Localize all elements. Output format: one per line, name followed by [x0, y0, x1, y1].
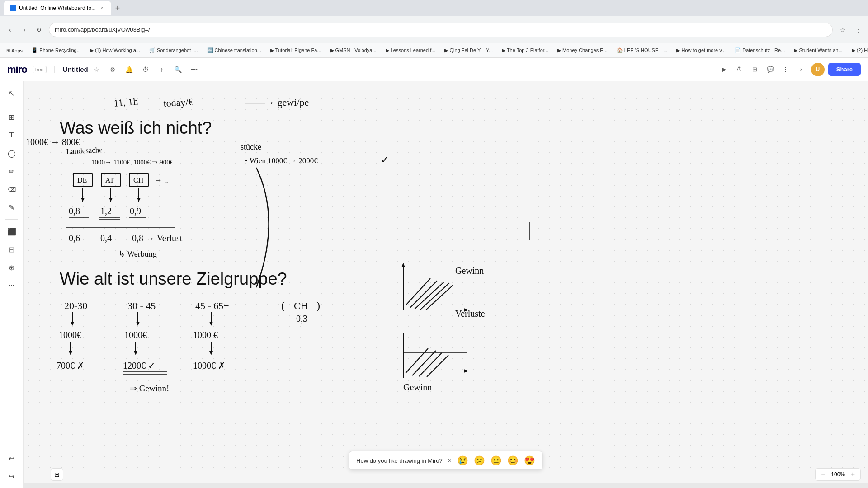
- browser-menu[interactable]: ⋮: [852, 23, 864, 36]
- text-tool[interactable]: T: [4, 127, 20, 143]
- svg-text:0,9: 0,9: [130, 206, 141, 216]
- svg-text:Gewinn: Gewinn: [455, 266, 484, 276]
- svg-text:1000€: 1000€: [124, 330, 147, 340]
- forward-button[interactable]: ›: [18, 23, 31, 36]
- frames-tool[interactable]: ⊞: [4, 109, 20, 125]
- address-bar[interactable]: miro.com/app/board/uXjVOw03Big=/: [49, 23, 833, 37]
- svg-text:DE: DE: [77, 176, 87, 184]
- chevron-icon[interactable]: ›: [795, 63, 807, 76]
- more-icon[interactable]: ⋮: [779, 63, 792, 76]
- svg-text:45 - 65+: 45 - 65+: [195, 300, 229, 311]
- svg-text:↳ Werbung: ↳ Werbung: [118, 249, 157, 258]
- bell-icon[interactable]: 🔔: [123, 63, 136, 76]
- zoom-controls: − 100% +: [815, 468, 861, 481]
- upload-icon[interactable]: ↑: [156, 63, 168, 76]
- mindmap-tool[interactable]: ⊕: [4, 259, 20, 276]
- tab-bar: Untitled, Online Whiteboard fo... × +: [0, 0, 868, 16]
- pen-tool[interactable]: ✏: [4, 163, 20, 179]
- bookmark-star[interactable]: ☆: [836, 23, 849, 36]
- bookmark-qing[interactable]: ▶ Qing Fei De Yi - Y...: [442, 47, 495, 54]
- bookmarks-bar: ⊞ Apps 📱 Phone Recycling... ▶ (1) How Wo…: [0, 43, 868, 58]
- header-icons: ⚙ 🔔 ⏱ ↑ 🔍 •••: [107, 63, 201, 76]
- dots-menu-icon[interactable]: •••: [188, 63, 201, 76]
- timer-icon[interactable]: ⏱: [139, 63, 152, 76]
- header-right: ▶ ⏱ ⊞ 💬 ⋮ › U Share: [718, 63, 861, 76]
- svg-text:1000 €: 1000 €: [193, 330, 218, 340]
- undo-tool[interactable]: ↩: [4, 450, 20, 466]
- svg-text:1,2: 1,2: [100, 206, 112, 216]
- svg-text:• Wien  1000€ → 2000€: • Wien 1000€ → 2000€: [245, 156, 318, 165]
- refresh-button[interactable]: ↻: [33, 23, 45, 36]
- active-tab[interactable]: Untitled, Online Whiteboard fo... ×: [4, 1, 111, 15]
- bookmark-phone[interactable]: 📱 Phone Recycling...: [29, 47, 84, 54]
- zoom-in-button[interactable]: +: [849, 470, 857, 479]
- svg-text:700€ ✗: 700€ ✗: [57, 361, 85, 371]
- svg-text:today/€: today/€: [163, 96, 193, 109]
- emoji-happy[interactable]: 😊: [507, 455, 519, 466]
- grid-view-icon[interactable]: ⊞: [749, 63, 761, 76]
- bookmark-tutorial[interactable]: ▶ Tutorial: Eigene Fa...: [268, 47, 324, 54]
- svg-text:✓: ✓: [381, 154, 389, 165]
- bookmark-daten[interactable]: 📄 Datenschutz - Re...: [732, 47, 788, 54]
- feedback-close-button[interactable]: ×: [448, 457, 452, 464]
- eraser-tool[interactable]: ⌫: [4, 181, 20, 197]
- bookmark-sonder[interactable]: 🛒 Sonderangebot I...: [146, 47, 201, 54]
- bookmark-money[interactable]: ▶ Money Changes E...: [555, 47, 610, 54]
- miro-plan-badge: free: [33, 66, 47, 73]
- board-title[interactable]: Untitled: [63, 66, 88, 73]
- sticky-tool[interactable]: ⬛: [4, 223, 20, 239]
- emoji-neutral[interactable]: 😐: [491, 455, 502, 466]
- tab-close-button[interactable]: ×: [99, 5, 105, 11]
- svg-text:0,8  → Verlust: 0,8 → Verlust: [132, 233, 183, 243]
- bookmark-lee[interactable]: 🏠 LEE 'S HOUSE—...: [614, 47, 670, 54]
- bookmark-lessons[interactable]: ▶ Lessons Learned f...: [383, 47, 439, 54]
- bookmark-gmsn[interactable]: ▶ GMSN - Volodya...: [328, 47, 379, 54]
- svg-text:AT: AT: [105, 176, 114, 184]
- zoom-level: 100%: [829, 471, 847, 478]
- settings-icon[interactable]: ⚙: [107, 63, 119, 76]
- tab-favicon: [10, 5, 16, 11]
- table-tool[interactable]: ⊟: [4, 241, 20, 258]
- svg-text:1200€ ✓: 1200€ ✓: [123, 361, 156, 371]
- redo-tool[interactable]: ↪: [4, 468, 20, 484]
- user-avatar: U: [811, 63, 825, 76]
- new-tab-button[interactable]: +: [111, 2, 124, 14]
- svg-text:0,3: 0,3: [296, 314, 307, 324]
- horizontal-scrollbar[interactable]: [24, 483, 868, 488]
- bookmark-apps[interactable]: ⊞ Apps: [4, 47, 25, 54]
- emoji-very-happy[interactable]: 😍: [524, 455, 535, 466]
- pencil-tool[interactable]: ✎: [4, 199, 20, 216]
- zoom-out-button[interactable]: −: [819, 470, 827, 479]
- bookmark-chinese[interactable]: 🔤 Chinese translation...: [204, 47, 264, 54]
- search-icon[interactable]: 🔍: [172, 63, 184, 76]
- miro-header: miro free | Untitled ☆ ⚙ 🔔 ⏱ ↑ 🔍 ••• ▶ ⏱…: [0, 58, 868, 81]
- bookmark-student[interactable]: ▶ Student Wants an...: [791, 47, 845, 54]
- board-title-star[interactable]: ☆: [94, 66, 99, 73]
- svg-text:1000€ ✗: 1000€ ✗: [193, 361, 226, 371]
- back-button[interactable]: ‹: [4, 23, 16, 36]
- svg-text:1000€: 1000€: [59, 330, 81, 340]
- svg-text:1000€ → 800€: 1000€ → 800€: [26, 137, 80, 147]
- board-navigation-button[interactable]: ⊞: [51, 468, 63, 481]
- clock-icon[interactable]: ⏱: [733, 63, 746, 76]
- url-text: miro.com/app/board/uXjVOw03Big=/: [55, 26, 150, 33]
- play-icon[interactable]: ▶: [718, 63, 731, 76]
- feedback-popup: How do you like drawing in Miro? × 😢 😕 😐…: [349, 451, 543, 470]
- comment-icon[interactable]: 💬: [764, 63, 777, 76]
- svg-text:——→  gewi/pe: ——→ gewi/pe: [245, 97, 309, 108]
- share-button[interactable]: Share: [828, 63, 861, 76]
- bookmark-working[interactable]: ▶ (1) How Working a...: [87, 47, 143, 54]
- emoji-sad[interactable]: 😕: [474, 455, 485, 466]
- bookmark-how2add[interactable]: ▶ (2) How To Add ...: [849, 47, 868, 54]
- bookmark-top3[interactable]: ▶ The Top 3 Platfor...: [499, 47, 551, 54]
- emoji-very-sad[interactable]: 😢: [457, 455, 468, 466]
- browser-actions: ☆ ⋮: [836, 23, 864, 36]
- shapes-tool[interactable]: ◯: [4, 145, 20, 161]
- svg-text:Wie alt ist unsere Zielgruppe?: Wie alt ist unsere Zielgruppe?: [60, 269, 287, 288]
- header-toolbar-icons: ▶ ⏱ ⊞ 💬 ⋮ ›: [718, 63, 807, 76]
- bookmark-more[interactable]: ▶ How to get more v...: [674, 47, 728, 54]
- svg-text:20-30: 20-30: [64, 300, 87, 311]
- cursor-tool[interactable]: ↖: [4, 85, 20, 101]
- more-tools[interactable]: •••: [4, 277, 20, 294]
- tab-title: Untitled, Online Whiteboard fo...: [19, 5, 96, 11]
